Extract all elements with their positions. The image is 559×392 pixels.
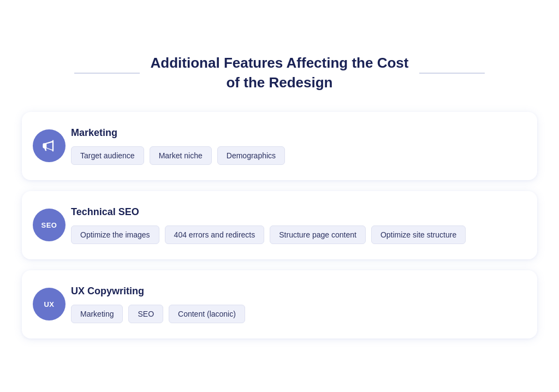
- tag-ux-content: Content (laconic): [169, 305, 245, 323]
- ux-tags: Marketing SEO Content (laconic): [71, 305, 521, 323]
- cards-container: Marketing Target audience Market niche D…: [22, 112, 537, 338]
- card-marketing: Marketing Target audience Market niche D…: [22, 112, 537, 180]
- megaphone-icon: [41, 138, 57, 153]
- ux-card-title: UX Copywriting: [71, 286, 521, 297]
- marketing-icon: [33, 129, 66, 162]
- tag-404-errors: 404 errors and redirects: [165, 225, 265, 244]
- tag-demographics: Demographics: [217, 146, 285, 165]
- page-container: Additional Features Affecting the Cost o…: [22, 54, 537, 338]
- card-seo: SEO Technical SEO Optimize the images 40…: [22, 191, 537, 259]
- card-ux: UX UX Copywriting Marketing SEO Content …: [22, 270, 537, 338]
- title-line-right: [419, 73, 485, 74]
- title-line-left: [74, 73, 140, 74]
- page-title: Additional Features Affecting the Cost o…: [151, 54, 409, 92]
- tag-structure-page: Structure page content: [270, 225, 366, 244]
- seo-card-title: Technical SEO: [71, 206, 521, 218]
- tag-optimize-images: Optimize the images: [71, 225, 159, 244]
- tag-ux-marketing: Marketing: [71, 305, 123, 323]
- title-section: Additional Features Affecting the Cost o…: [22, 54, 537, 92]
- seo-tags: Optimize the images 404 errors and redir…: [71, 225, 521, 244]
- tag-optimize-site: Optimize site structure: [371, 225, 466, 244]
- tag-target-audience: Target audience: [71, 146, 144, 165]
- marketing-card-title: Marketing: [71, 127, 521, 139]
- ux-icon: UX: [33, 288, 66, 320]
- tag-ux-seo: SEO: [128, 305, 163, 323]
- marketing-tags: Target audience Market niche Demographic…: [71, 146, 521, 165]
- seo-icon: SEO: [33, 209, 66, 241]
- tag-market-niche: Market niche: [150, 146, 212, 165]
